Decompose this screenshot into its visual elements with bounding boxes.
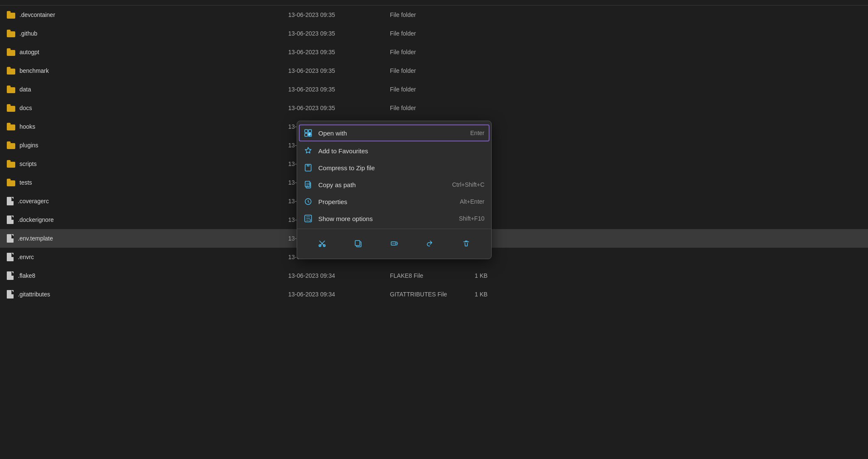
- menu-item-label: Open with: [318, 130, 465, 137]
- svg-rect-13: [355, 241, 360, 246]
- file-type: File folder: [390, 49, 475, 55]
- file-type: File folder: [390, 30, 475, 37]
- file-size: 1 KB: [475, 291, 526, 298]
- folder-icon: [7, 67, 15, 75]
- open-with-icon: [304, 129, 312, 137]
- icon-action-copy[interactable]: [349, 234, 367, 253]
- delete-icon: [462, 239, 470, 248]
- file-explorer: .devcontainer 13-06-2023 09:35 File fold…: [0, 0, 868, 459]
- menu-item-label: Compress to Zip file: [318, 164, 484, 171]
- context-menu-item-show-more[interactable]: Show more options Shift+F10: [297, 210, 491, 227]
- icon-action-share[interactable]: [421, 234, 440, 253]
- file-name: .env.template: [0, 234, 288, 243]
- folder-icon: [7, 179, 15, 186]
- file-date: 13-06-2023 09:35: [288, 11, 390, 18]
- file-icon: [7, 290, 14, 299]
- menu-item-shortcut: Shift+F10: [459, 215, 484, 222]
- context-menu-item-add-to-favourites[interactable]: Add to Favourites: [297, 142, 491, 159]
- file-name: .devcontainer: [0, 11, 288, 19]
- context-menu-item-properties[interactable]: Properties Alt+Enter: [297, 193, 491, 210]
- context-menu-item-copy-path[interactable]: Copy as path Ctrl+Shift+C: [297, 176, 491, 193]
- menu-item-shortcut: Ctrl+Shift+C: [452, 181, 484, 188]
- copy-icon: [354, 239, 362, 248]
- file-row[interactable]: .gitattributes 13-06-2023 09:34 GITATTRI…: [0, 285, 868, 304]
- file-name: hooks: [0, 123, 288, 130]
- file-row[interactable]: .devcontainer 13-06-2023 09:35 File fold…: [0, 6, 868, 24]
- file-icon: [7, 216, 14, 224]
- file-date: 13-06-2023 09:35: [288, 67, 390, 74]
- table-header: [0, 0, 868, 6]
- folder-icon: [7, 48, 15, 56]
- properties-icon: [304, 197, 312, 206]
- folder-icon: [7, 104, 15, 112]
- icon-action-cut[interactable]: [313, 234, 331, 253]
- menu-item-label: Properties: [318, 198, 454, 205]
- context-menu-item-compress-zip[interactable]: Compress to Zip file: [297, 159, 491, 176]
- context-menu: Open with Enter Add to Favourites Compre…: [297, 121, 492, 259]
- share-icon: [426, 239, 434, 248]
- file-icon: [7, 253, 14, 261]
- menu-item-label: Add to Favourites: [318, 147, 484, 155]
- file-name: .dockerignore: [0, 216, 288, 224]
- file-name: docs: [0, 104, 288, 112]
- file-date: 13-06-2023 09:35: [288, 30, 390, 37]
- file-icon: [7, 271, 14, 280]
- file-icon: [7, 234, 14, 243]
- file-date: 13-06-2023 09:34: [288, 272, 390, 279]
- file-name: scripts: [0, 160, 288, 168]
- svg-rect-1: [309, 130, 312, 133]
- file-icon: [7, 197, 14, 205]
- file-name: .flake8: [0, 271, 288, 280]
- file-name: .gitattributes: [0, 290, 288, 299]
- cut-icon: [318, 239, 326, 248]
- compress-zip-icon: [304, 163, 312, 172]
- context-menu-icon-row: [297, 231, 491, 256]
- file-type: File folder: [390, 67, 475, 74]
- file-date: 13-06-2023 09:35: [288, 86, 390, 93]
- file-name: tests: [0, 179, 288, 186]
- add-to-favourites-icon: [304, 147, 312, 155]
- file-name: .envrc: [0, 253, 288, 261]
- menu-item-shortcut: Enter: [470, 130, 484, 136]
- folder-icon: [7, 141, 15, 149]
- svg-rect-2: [305, 133, 308, 136]
- file-name: plugins: [0, 141, 288, 149]
- file-type: File folder: [390, 105, 475, 111]
- menu-item-label: Show more options: [318, 215, 453, 222]
- svg-rect-5: [305, 164, 311, 171]
- file-row[interactable]: benchmark 13-06-2023 09:35 File folder: [0, 61, 868, 80]
- folder-icon: [7, 160, 15, 168]
- file-name: data: [0, 86, 288, 93]
- icon-action-delete[interactable]: [457, 234, 476, 253]
- folder-icon: [7, 123, 15, 130]
- menu-item-label: Copy as path: [318, 181, 446, 188]
- folder-icon: [7, 86, 15, 93]
- file-row[interactable]: data 13-06-2023 09:35 File folder: [0, 80, 868, 99]
- file-name: .coveragerc: [0, 197, 288, 205]
- file-row[interactable]: .github 13-06-2023 09:35 File folder: [0, 24, 868, 43]
- file-type: File folder: [390, 86, 475, 93]
- icon-action-rename[interactable]: [385, 234, 403, 253]
- file-date: 13-06-2023 09:35: [288, 49, 390, 55]
- folder-icon: [7, 30, 15, 37]
- folder-icon: [7, 11, 15, 19]
- file-type: GITATTRIBUTES File: [390, 291, 475, 298]
- file-name: benchmark: [0, 67, 288, 75]
- file-row[interactable]: autogpt 13-06-2023 09:35 File folder: [0, 43, 868, 61]
- copy-path-icon: [304, 180, 312, 189]
- svg-rect-0: [305, 130, 308, 133]
- file-name: .github: [0, 30, 288, 37]
- file-type: FLAKE8 File: [390, 272, 475, 279]
- show-more-icon: [304, 214, 312, 223]
- file-row[interactable]: .flake8 13-06-2023 09:34 FLAKE8 File 1 K…: [0, 266, 868, 285]
- file-type: File folder: [390, 11, 475, 18]
- file-row[interactable]: docs 13-06-2023 09:35 File folder: [0, 99, 868, 117]
- context-menu-item-open-with[interactable]: Open with Enter: [299, 124, 490, 141]
- file-date: 13-06-2023 09:34: [288, 291, 390, 298]
- file-size: 1 KB: [475, 272, 526, 279]
- rename-icon: [390, 239, 398, 248]
- file-name: autogpt: [0, 48, 288, 56]
- context-menu-divider: [297, 229, 491, 229]
- menu-item-shortcut: Alt+Enter: [460, 198, 484, 205]
- file-date: 13-06-2023 09:35: [288, 105, 390, 111]
